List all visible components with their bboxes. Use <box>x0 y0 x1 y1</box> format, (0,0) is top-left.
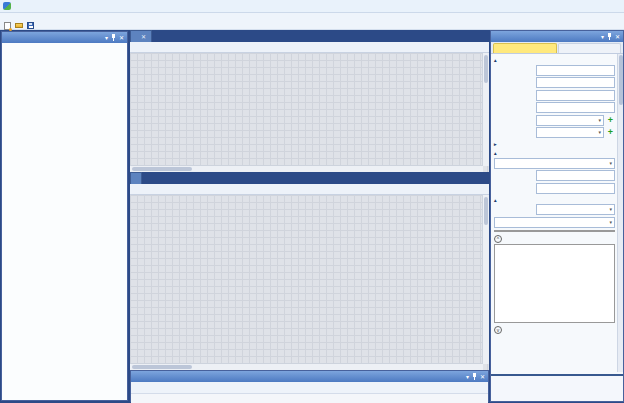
message-grid-header <box>131 394 488 403</box>
document-tab-bar <box>130 172 489 184</box>
diagram-subtabs <box>130 184 489 195</box>
document-tab-bar <box>130 30 489 42</box>
distribution-parameters-table <box>494 230 615 232</box>
close-icon[interactable] <box>480 371 485 383</box>
pin-icon[interactable] <box>607 33 612 40</box>
horizontal-scrollbar[interactable] <box>130 165 483 172</box>
source-dropdown[interactable] <box>536 204 615 215</box>
properties-tabs <box>491 42 623 54</box>
collapse-up-icon: ^ <box>494 235 502 243</box>
message-window-panel <box>130 370 489 402</box>
section-interpolation-transforms[interactable]: ▸ <box>494 141 615 147</box>
add-hazard-type-button[interactable]: + <box>606 116 615 125</box>
close-icon[interactable] <box>615 31 620 43</box>
project-tree <box>2 43 127 400</box>
project-explorer-panel <box>1 31 128 401</box>
tab-spillway-chute-slab[interactable] <box>130 30 152 42</box>
chevron-down-icon[interactable] <box>466 371 469 383</box>
tab-general[interactable] <box>493 43 557 53</box>
section-expanded-icon: ▴ <box>494 197 497 203</box>
chevron-down-icon[interactable] <box>601 31 604 43</box>
hazard-units-dropdown[interactable] <box>536 127 604 138</box>
message-window-title-bar <box>131 371 488 382</box>
pdf-plot-header[interactable]: ^ <box>494 235 615 243</box>
pin-icon[interactable] <box>111 34 116 41</box>
main-toolbar <box>0 22 624 30</box>
description-field[interactable] <box>536 77 615 88</box>
section-expanded-icon: ▴ <box>494 150 497 156</box>
probability-density-plot <box>494 244 615 323</box>
save-icon[interactable] <box>27 22 34 29</box>
section-expanded-icon: ▴ <box>494 57 497 63</box>
vertical-scrollbar[interactable] <box>482 195 489 364</box>
name-field[interactable] <box>536 65 615 76</box>
horizontal-scrollbar[interactable] <box>130 363 483 370</box>
hazard-type-dropdown[interactable] <box>536 115 604 126</box>
project-explorer-title-bar <box>2 32 127 43</box>
properties-panel: ▴ + + ▸ ▴ ▴ ^ v <box>490 30 624 402</box>
statistics-header[interactable]: v <box>494 326 615 334</box>
distribution-dropdown[interactable] <box>494 217 615 228</box>
properties-title-bar <box>491 31 623 42</box>
branch-selector-dropdown[interactable] <box>494 158 615 169</box>
menu-bar <box>0 13 624 22</box>
last-modified-field[interactable] <box>536 102 615 113</box>
branch-description-field[interactable] <box>536 183 615 194</box>
vertical-scrollbar[interactable] <box>482 53 489 166</box>
branch-name-field[interactable] <box>536 170 615 181</box>
section-system-response[interactable]: ▴ <box>494 197 615 203</box>
collapse-down-icon: v <box>494 326 502 334</box>
event-tree-canvas[interactable] <box>130 53 489 172</box>
help-box <box>491 374 623 401</box>
tab-close-icon[interactable] <box>141 31 146 43</box>
open-folder-icon[interactable] <box>15 23 23 28</box>
diagram-canvas[interactable] <box>130 195 489 370</box>
section-collapsed-icon: ▸ <box>494 141 497 147</box>
app-window: ▴ + + ▸ ▴ ▴ ^ v <box>0 0 624 403</box>
add-hazard-units-button[interactable]: + <box>606 128 615 137</box>
properties-body: ▴ + + ▸ ▴ ▴ ^ v <box>491 54 618 372</box>
title-bar <box>0 0 624 13</box>
close-icon[interactable] <box>119 32 124 44</box>
event-tree-document <box>130 30 489 172</box>
app-icon <box>3 2 11 10</box>
new-file-icon[interactable] <box>4 22 11 30</box>
message-filter-toolbar <box>131 382 488 394</box>
created-on-field[interactable] <box>536 90 615 101</box>
tab-options[interactable] <box>558 43 622 53</box>
pin-icon[interactable] <box>472 373 477 380</box>
risk-diagram-document <box>130 172 489 370</box>
event-tree-subtabs <box>130 42 489 53</box>
chevron-down-icon[interactable] <box>105 32 108 44</box>
section-event-tree-properties[interactable]: ▴ <box>494 57 615 63</box>
section-selected-branch-properties[interactable]: ▴ <box>494 150 615 156</box>
vertical-scrollbar[interactable] <box>617 54 623 372</box>
tab-flood-hazard-stage-with-blockage[interactable] <box>130 172 142 184</box>
